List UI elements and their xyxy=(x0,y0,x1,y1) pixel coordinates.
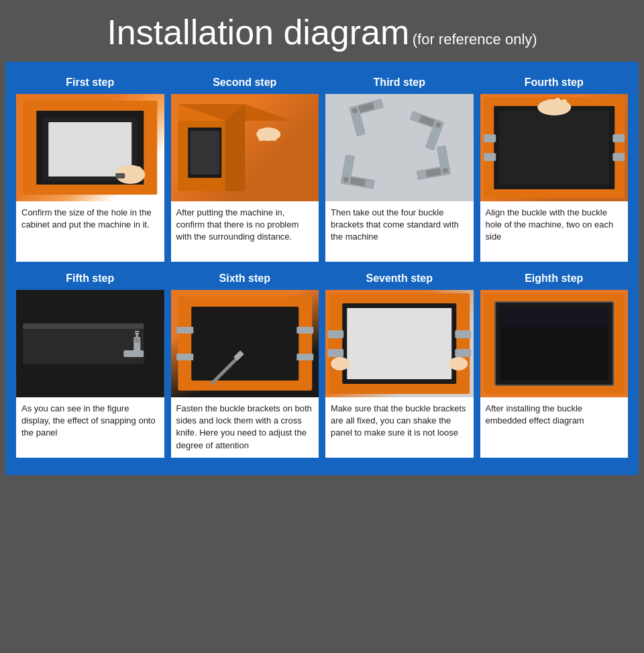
main-content: First step xyxy=(5,62,639,475)
step-5-image xyxy=(16,290,164,397)
step-1-image xyxy=(16,94,164,201)
step-7-label: Seventh step xyxy=(325,268,474,290)
svg-rect-39 xyxy=(484,134,496,142)
step-4-desc: Align the buckle with the buckle hole of… xyxy=(480,201,629,262)
step-4-label: Fourth step xyxy=(480,72,629,94)
step-3-image xyxy=(325,94,474,201)
page-title: Installation diagram xyxy=(107,13,409,52)
svg-rect-48 xyxy=(23,323,144,364)
step-8-label: Eighth step xyxy=(480,268,629,290)
steps-grid-top: First step xyxy=(16,72,628,262)
page-subtitle: (for reference only) xyxy=(413,31,537,48)
svg-point-52 xyxy=(134,338,140,343)
step-card-2: Second step xyxy=(171,72,319,262)
step-6-desc: Fasten the buckle brackets on both sides… xyxy=(171,397,319,458)
step-card-1: First step xyxy=(16,72,164,262)
step-6-image xyxy=(171,290,319,397)
svg-point-71 xyxy=(331,357,350,370)
svg-rect-68 xyxy=(327,349,343,357)
svg-rect-8 xyxy=(115,173,125,179)
step-3-desc: Then take out the four buckle brackets t… xyxy=(325,201,474,262)
svg-rect-49 xyxy=(23,323,144,329)
svg-rect-17 xyxy=(265,128,270,141)
svg-rect-38 xyxy=(499,111,609,185)
page-wrapper: Installation diagram (for reference only… xyxy=(0,0,644,475)
svg-rect-58 xyxy=(176,327,193,334)
svg-rect-67 xyxy=(327,330,343,338)
svg-rect-14 xyxy=(190,131,219,174)
svg-rect-60 xyxy=(297,327,313,334)
step-1-label: First step xyxy=(16,72,164,94)
step-card-7: Seventh step xyxy=(325,268,474,458)
step-5-label: Fifth step xyxy=(16,268,164,290)
step-card-8: Eighth step After installing the buckle … xyxy=(480,268,629,458)
step-7-image xyxy=(325,290,474,397)
svg-rect-44 xyxy=(547,99,553,110)
step-card-6: Sixth step xyxy=(171,268,319,458)
svg-rect-70 xyxy=(455,349,471,357)
svg-rect-59 xyxy=(176,354,193,360)
svg-rect-45 xyxy=(555,98,560,110)
step-6-label: Sixth step xyxy=(171,268,319,290)
step-card-3: Third step xyxy=(325,72,474,262)
step-card-4: Fourth step xyxy=(480,72,629,262)
title-bar: Installation diagram (for reference only… xyxy=(0,0,644,62)
svg-rect-41 xyxy=(612,134,625,142)
steps-grid-bottom: Fifth step xyxy=(16,268,628,458)
svg-rect-76 xyxy=(500,307,608,327)
step-2-image xyxy=(171,94,319,201)
svg-point-72 xyxy=(449,357,468,370)
svg-rect-16 xyxy=(258,129,264,141)
svg-rect-6 xyxy=(128,165,134,180)
svg-rect-42 xyxy=(612,153,625,161)
step-1-desc: Confirm the size of the hole in the cabi… xyxy=(16,201,164,262)
svg-rect-57 xyxy=(191,307,299,381)
svg-rect-66 xyxy=(347,308,451,379)
step-4-image xyxy=(480,94,629,201)
step-5-desc: As you can see in the figure display, th… xyxy=(16,397,164,458)
step-8-desc: After installing the buckle embedded eff… xyxy=(480,397,629,458)
svg-rect-18 xyxy=(272,129,276,141)
step-8-image xyxy=(480,290,629,397)
step-7-desc: Make sure that the buckle brackets are a… xyxy=(325,397,474,458)
svg-rect-7 xyxy=(136,166,141,180)
svg-rect-46 xyxy=(561,99,567,109)
svg-rect-40 xyxy=(484,153,496,161)
svg-rect-69 xyxy=(455,330,471,338)
svg-rect-19 xyxy=(325,94,473,201)
step-2-desc: After putting the machine in, confirm th… xyxy=(171,201,319,262)
step-card-5: Fifth step xyxy=(16,268,164,458)
step-2-label: Second step xyxy=(171,72,319,94)
step-3-label: Third step xyxy=(325,72,474,94)
svg-rect-61 xyxy=(297,354,313,360)
